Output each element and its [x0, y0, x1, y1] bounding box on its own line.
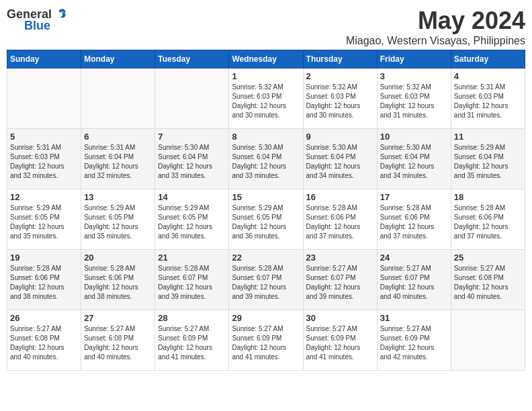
- day-number: 30: [306, 313, 374, 323]
- calendar-cell: 17Sunrise: 5:28 AM Sunset: 6:06 PM Dayli…: [377, 189, 451, 250]
- header-cell-sunday: Sunday: [7, 50, 81, 68]
- header-cell-saturday: Saturday: [451, 50, 525, 68]
- calendar-header: SundayMondayTuesdayWednesdayThursdayFrid…: [7, 50, 525, 68]
- day-info: Sunrise: 5:27 AM Sunset: 6:09 PM Dayligh…: [158, 324, 226, 362]
- day-number: 13: [84, 192, 152, 202]
- day-number: 24: [380, 253, 448, 263]
- day-info: Sunrise: 5:27 AM Sunset: 6:09 PM Dayligh…: [380, 324, 448, 362]
- day-info: Sunrise: 5:30 AM Sunset: 6:04 PM Dayligh…: [158, 143, 226, 181]
- day-info: Sunrise: 5:28 AM Sunset: 6:06 PM Dayligh…: [84, 264, 152, 302]
- logo: General Blue: [7, 7, 68, 33]
- header-cell-wednesday: Wednesday: [229, 50, 303, 68]
- title-area: May 2024 Miagao, Western Visayas, Philip…: [346, 7, 525, 47]
- day-number: 31: [380, 313, 448, 323]
- calendar-cell: 29Sunrise: 5:27 AM Sunset: 6:09 PM Dayli…: [229, 310, 303, 371]
- calendar-cell: 6Sunrise: 5:31 AM Sunset: 6:04 PM Daylig…: [81, 129, 155, 189]
- calendar-cell: 13Sunrise: 5:29 AM Sunset: 6:05 PM Dayli…: [81, 189, 155, 250]
- calendar-cell: 25Sunrise: 5:27 AM Sunset: 6:08 PM Dayli…: [451, 250, 525, 310]
- day-info: Sunrise: 5:29 AM Sunset: 6:05 PM Dayligh…: [10, 203, 78, 241]
- calendar-cell: 12Sunrise: 5:29 AM Sunset: 6:05 PM Dayli…: [7, 189, 81, 250]
- day-number: 7: [158, 132, 226, 142]
- calendar-cell: 24Sunrise: 5:27 AM Sunset: 6:07 PM Dayli…: [377, 250, 451, 310]
- day-number: 5: [10, 132, 78, 142]
- day-info: Sunrise: 5:28 AM Sunset: 6:06 PM Dayligh…: [454, 203, 522, 241]
- day-number: 22: [232, 253, 300, 263]
- calendar-cell: [81, 68, 155, 129]
- day-info: Sunrise: 5:28 AM Sunset: 6:07 PM Dayligh…: [232, 264, 300, 302]
- calendar-cell: 23Sunrise: 5:27 AM Sunset: 6:07 PM Dayli…: [303, 250, 377, 310]
- day-number: 10: [380, 132, 448, 142]
- calendar-cell: 28Sunrise: 5:27 AM Sunset: 6:09 PM Dayli…: [155, 310, 229, 371]
- header-cell-thursday: Thursday: [303, 50, 377, 68]
- calendar-cell: 21Sunrise: 5:28 AM Sunset: 6:07 PM Dayli…: [155, 250, 229, 310]
- calendar-table: SundayMondayTuesdayWednesdayThursdayFrid…: [7, 50, 525, 371]
- week-row-2: 5Sunrise: 5:31 AM Sunset: 6:03 PM Daylig…: [7, 129, 525, 189]
- logo-bird-icon: [53, 7, 68, 21]
- day-number: 9: [306, 132, 374, 142]
- calendar-cell: 11Sunrise: 5:29 AM Sunset: 6:04 PM Dayli…: [451, 129, 525, 189]
- calendar-cell: 19Sunrise: 5:28 AM Sunset: 6:06 PM Dayli…: [7, 250, 81, 310]
- header-cell-monday: Monday: [81, 50, 155, 68]
- day-info: Sunrise: 5:28 AM Sunset: 6:06 PM Dayligh…: [10, 264, 78, 302]
- calendar-cell: 27Sunrise: 5:27 AM Sunset: 6:08 PM Dayli…: [81, 310, 155, 371]
- week-row-3: 12Sunrise: 5:29 AM Sunset: 6:05 PM Dayli…: [7, 189, 525, 250]
- day-info: Sunrise: 5:28 AM Sunset: 6:07 PM Dayligh…: [158, 264, 226, 302]
- day-number: 6: [84, 132, 152, 142]
- day-number: 17: [380, 192, 448, 202]
- page-header: General Blue May 2024 Miagao, Western Vi…: [7, 7, 525, 47]
- day-number: 19: [10, 253, 78, 263]
- day-number: 2: [306, 71, 374, 81]
- day-number: 27: [84, 313, 152, 323]
- day-info: Sunrise: 5:27 AM Sunset: 6:07 PM Dayligh…: [380, 264, 448, 302]
- day-info: Sunrise: 5:28 AM Sunset: 6:06 PM Dayligh…: [380, 203, 448, 241]
- calendar-cell: 22Sunrise: 5:28 AM Sunset: 6:07 PM Dayli…: [229, 250, 303, 310]
- day-info: Sunrise: 5:32 AM Sunset: 6:03 PM Dayligh…: [232, 83, 300, 120]
- calendar-cell: 2Sunrise: 5:32 AM Sunset: 6:03 PM Daylig…: [303, 68, 377, 129]
- week-row-4: 19Sunrise: 5:28 AM Sunset: 6:06 PM Dayli…: [7, 250, 525, 310]
- day-number: 21: [158, 253, 226, 263]
- day-info: Sunrise: 5:27 AM Sunset: 6:08 PM Dayligh…: [10, 324, 78, 362]
- day-info: Sunrise: 5:29 AM Sunset: 6:05 PM Dayligh…: [158, 203, 226, 241]
- day-info: Sunrise: 5:31 AM Sunset: 6:03 PM Dayligh…: [10, 143, 78, 181]
- day-number: 18: [454, 192, 522, 202]
- calendar-cell: 16Sunrise: 5:28 AM Sunset: 6:06 PM Dayli…: [303, 189, 377, 250]
- day-info: Sunrise: 5:27 AM Sunset: 6:09 PM Dayligh…: [232, 324, 300, 362]
- week-row-1: 1Sunrise: 5:32 AM Sunset: 6:03 PM Daylig…: [7, 68, 525, 129]
- calendar-cell: 4Sunrise: 5:31 AM Sunset: 6:03 PM Daylig…: [451, 68, 525, 129]
- calendar-cell: [451, 310, 525, 371]
- calendar-cell: 9Sunrise: 5:30 AM Sunset: 6:04 PM Daylig…: [303, 129, 377, 189]
- day-info: Sunrise: 5:32 AM Sunset: 6:03 PM Dayligh…: [306, 83, 374, 120]
- day-number: 26: [10, 313, 78, 323]
- day-info: Sunrise: 5:32 AM Sunset: 6:03 PM Dayligh…: [380, 83, 448, 120]
- calendar-body: 1Sunrise: 5:32 AM Sunset: 6:03 PM Daylig…: [7, 68, 525, 371]
- day-number: 15: [232, 192, 300, 202]
- location-title: Miagao, Western Visayas, Philippines: [346, 35, 525, 47]
- day-info: Sunrise: 5:30 AM Sunset: 6:04 PM Dayligh…: [232, 143, 300, 181]
- calendar-cell: 5Sunrise: 5:31 AM Sunset: 6:03 PM Daylig…: [7, 129, 81, 189]
- day-info: Sunrise: 5:29 AM Sunset: 6:05 PM Dayligh…: [232, 203, 300, 241]
- calendar-cell: 7Sunrise: 5:30 AM Sunset: 6:04 PM Daylig…: [155, 129, 229, 189]
- day-number: 25: [454, 253, 522, 263]
- day-number: 28: [158, 313, 226, 323]
- day-number: 20: [84, 253, 152, 263]
- day-number: 14: [158, 192, 226, 202]
- calendar-cell: 10Sunrise: 5:30 AM Sunset: 6:04 PM Dayli…: [377, 129, 451, 189]
- calendar-cell: 8Sunrise: 5:30 AM Sunset: 6:04 PM Daylig…: [229, 129, 303, 189]
- logo-text-blue: Blue: [24, 19, 50, 33]
- day-number: 12: [10, 192, 78, 202]
- calendar-cell: 26Sunrise: 5:27 AM Sunset: 6:08 PM Dayli…: [7, 310, 81, 371]
- month-title: May 2024: [346, 7, 525, 35]
- day-info: Sunrise: 5:27 AM Sunset: 6:08 PM Dayligh…: [84, 324, 152, 362]
- day-number: 16: [306, 192, 374, 202]
- calendar-cell: [155, 68, 229, 129]
- day-info: Sunrise: 5:29 AM Sunset: 6:05 PM Dayligh…: [84, 203, 152, 241]
- day-info: Sunrise: 5:30 AM Sunset: 6:04 PM Dayligh…: [306, 143, 374, 181]
- day-info: Sunrise: 5:31 AM Sunset: 6:04 PM Dayligh…: [84, 143, 152, 181]
- calendar-cell: 1Sunrise: 5:32 AM Sunset: 6:03 PM Daylig…: [229, 68, 303, 129]
- calendar-cell: 3Sunrise: 5:32 AM Sunset: 6:03 PM Daylig…: [377, 68, 451, 129]
- header-cell-friday: Friday: [377, 50, 451, 68]
- week-row-5: 26Sunrise: 5:27 AM Sunset: 6:08 PM Dayli…: [7, 310, 525, 371]
- header-row: SundayMondayTuesdayWednesdayThursdayFrid…: [7, 50, 525, 68]
- day-info: Sunrise: 5:28 AM Sunset: 6:06 PM Dayligh…: [306, 203, 374, 241]
- day-info: Sunrise: 5:29 AM Sunset: 6:04 PM Dayligh…: [454, 143, 522, 181]
